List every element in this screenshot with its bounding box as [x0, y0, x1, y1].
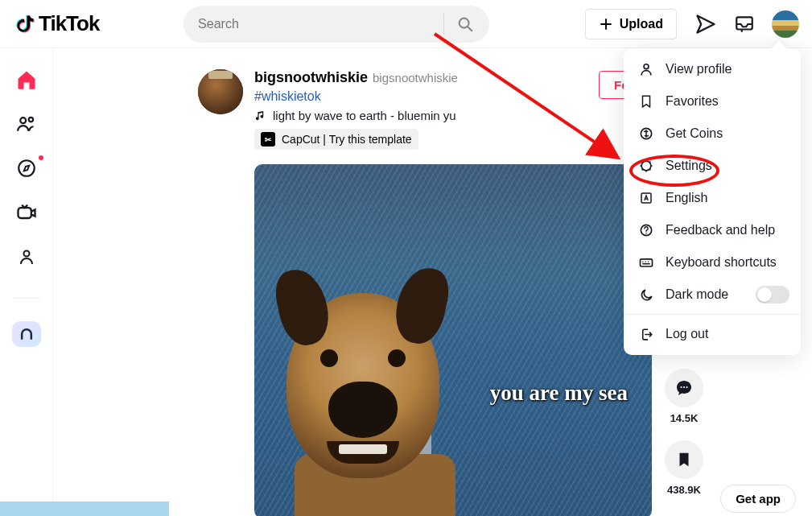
arch-icon [19, 326, 35, 342]
tiktok-note-icon [13, 13, 35, 35]
video-subject [262, 269, 472, 516]
menu-label: View profile [666, 62, 732, 76]
save-button[interactable] [665, 440, 703, 479]
sidebar-profile[interactable] [14, 246, 39, 267]
svg-point-8 [680, 386, 682, 388]
menu-view-profile[interactable]: View profile [624, 53, 801, 85]
video-player[interactable]: you are my sea [254, 164, 652, 516]
plus-icon [599, 17, 613, 31]
search-container [99, 6, 573, 43]
status-bar-hint [0, 502, 169, 516]
search-input[interactable] [198, 17, 443, 31]
people-icon [16, 114, 37, 134]
coin-icon [638, 126, 654, 142]
header-icons [695, 10, 799, 38]
search-bar[interactable] [183, 6, 489, 43]
inbox-icon [734, 14, 755, 35]
svg-point-5 [19, 160, 35, 176]
gear-icon [638, 158, 654, 174]
author-handle[interactable]: bigsnootwhiskie [373, 71, 458, 85]
language-icon [638, 190, 654, 206]
sidebar-following[interactable] [14, 114, 39, 134]
menu-settings[interactable]: Settings [624, 150, 801, 182]
sidebar-live[interactable] [14, 201, 39, 224]
svg-line-1 [468, 27, 472, 31]
menu-language[interactable]: English [624, 182, 801, 214]
search-button[interactable] [447, 6, 483, 42]
svg-point-3 [20, 118, 26, 123]
comment-icon [674, 378, 694, 398]
post-meta: bigsnootwhiskie bigsnootwhiskie #whiskie… [254, 69, 458, 150]
menu-label: Favorites [666, 94, 719, 109]
sound-name: light by wave to earth - bluemin yu [273, 109, 456, 122]
svg-point-10 [686, 386, 687, 388]
profile-menu: View profile Favorites Get Coins Setting… [624, 48, 801, 355]
menu-label: Get Coins [666, 126, 723, 141]
menu-label: Keyboard shortcuts [666, 255, 777, 270]
sidebar-explore[interactable] [14, 157, 39, 178]
sound-row[interactable]: light by wave to earth - bluemin yu [254, 109, 458, 122]
tiktok-logo[interactable]: TikTok [13, 11, 99, 36]
compass-icon [16, 158, 37, 179]
menu-label: English [666, 191, 707, 205]
svg-point-4 [28, 118, 32, 122]
svg-rect-6 [18, 208, 31, 218]
comment-button[interactable] [665, 369, 703, 407]
person-icon [17, 247, 36, 266]
svg-point-7 [23, 251, 29, 257]
capcut-icon: ✂ [261, 132, 275, 147]
svg-point-13 [641, 161, 651, 171]
upload-button[interactable]: Upload [585, 9, 677, 39]
svg-rect-17 [641, 259, 653, 266]
template-label: CapCut | Try this template [282, 133, 412, 146]
svg-point-0 [460, 18, 469, 27]
template-chip[interactable]: ✂ CapCut | Try this template [254, 129, 418, 150]
bookmark-icon [638, 93, 654, 109]
action-rail: 14.5K 438.9K [665, 369, 703, 507]
svg-point-9 [683, 386, 685, 388]
moon-icon [638, 287, 654, 303]
menu-logout[interactable]: Log out [624, 318, 801, 350]
menu-get-coins[interactable]: Get Coins [624, 118, 801, 150]
bookmark-icon [675, 451, 693, 469]
help-icon [638, 222, 654, 238]
left-sidebar [0, 48, 53, 516]
send-icon [695, 13, 717, 35]
save-count: 438.9K [667, 484, 701, 496]
hashtag-link[interactable]: #whiskietok [254, 89, 321, 104]
home-icon [15, 68, 38, 91]
messages-button[interactable] [695, 13, 717, 35]
top-header: TikTok Upload [0, 0, 812, 48]
upload-label: Upload [620, 17, 663, 31]
menu-separator [624, 314, 801, 315]
dark-mode-toggle[interactable] [756, 286, 789, 303]
music-note-icon [254, 109, 266, 122]
menu-label: Log out [666, 327, 708, 341]
menu-label: Dark mode [666, 287, 728, 302]
notification-dot-icon [39, 155, 43, 160]
inbox-button[interactable] [733, 13, 756, 35]
menu-favorites[interactable]: Favorites [624, 85, 801, 118]
svg-point-11 [644, 64, 649, 69]
sidebar-home[interactable] [14, 68, 39, 91]
sidebar-separator [13, 298, 40, 299]
search-icon [456, 15, 474, 33]
menu-dark-mode[interactable]: Dark mode [624, 279, 801, 311]
menu-feedback[interactable]: Feedback and help [624, 214, 801, 246]
logout-icon [638, 326, 654, 342]
live-icon [15, 201, 38, 224]
tiktok-wordmark: TikTok [39, 11, 99, 36]
person-icon [638, 61, 654, 77]
menu-label: Feedback and help [666, 223, 775, 237]
video-caption: you are my sea [490, 381, 628, 406]
menu-label: Settings [666, 159, 712, 173]
sidebar-effects[interactable] [12, 321, 41, 347]
author-display-name[interactable]: bigsnootwhiskie [254, 69, 368, 86]
search-separator [443, 14, 444, 35]
svg-point-16 [645, 233, 647, 234]
menu-shortcuts[interactable]: Keyboard shortcuts [624, 246, 801, 279]
get-app-button[interactable]: Get app [720, 485, 796, 513]
keyboard-icon [638, 254, 654, 270]
profile-avatar[interactable] [772, 10, 799, 38]
author-avatar[interactable] [198, 69, 243, 114]
